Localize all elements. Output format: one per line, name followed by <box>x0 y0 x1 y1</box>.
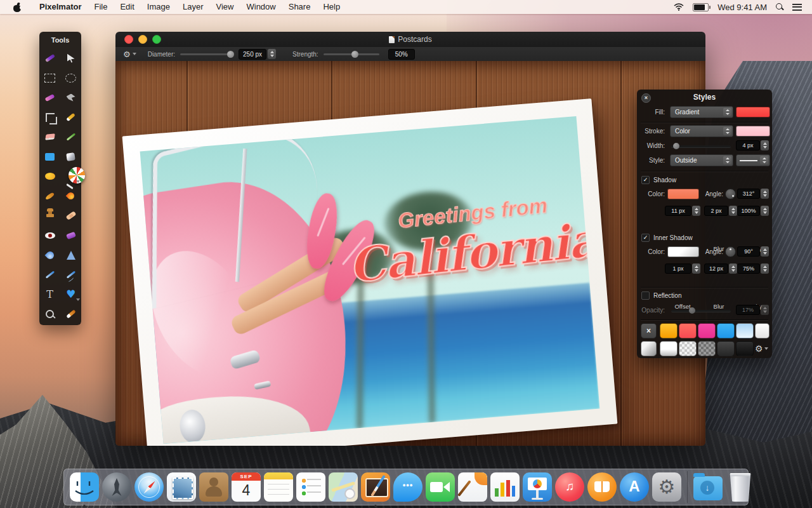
reflection-opacity-field[interactable]: 17% <box>736 305 760 315</box>
menu-help[interactable]: Help <box>317 0 346 14</box>
dock-calendar[interactable]: SEP 4 <box>232 472 261 502</box>
dock-notes[interactable] <box>264 472 293 502</box>
rect-marquee-tool[interactable] <box>44 72 56 84</box>
dock-facetime[interactable] <box>426 472 455 502</box>
window-titlebar[interactable]: Postcards <box>115 32 705 47</box>
dock-finder[interactable] <box>70 472 99 502</box>
fill-dropdown[interactable]: Gradient <box>670 106 733 118</box>
sharpen-cone-tool[interactable] <box>65 249 77 262</box>
dock-reminders[interactable] <box>296 472 325 502</box>
swatch-gear-button[interactable]: ⚙ <box>755 344 768 354</box>
freeform-pen-tool[interactable] <box>65 269 77 281</box>
dock-pixelmator[interactable] <box>361 472 390 502</box>
diameter-slider-thumb[interactable] <box>227 51 234 58</box>
healing-bandage-tool[interactable] <box>65 210 77 222</box>
reflection-opacity-stepper[interactable] <box>761 305 769 315</box>
shadow-angle-stepper[interactable] <box>761 189 769 199</box>
polygonal-lasso-tool[interactable] <box>65 91 77 104</box>
gradient-cube-tool[interactable] <box>65 150 77 163</box>
inner-shadow-blur-stepper[interactable] <box>729 264 737 274</box>
swatch-white-gray[interactable] <box>660 341 678 356</box>
swatch-blue[interactable] <box>717 323 735 338</box>
style-dropdown[interactable]: Outside <box>670 154 733 166</box>
strength-slider-thumb[interactable] <box>351 51 358 58</box>
inner-shadow-angle-knob[interactable] <box>725 246 736 257</box>
clone-stamp-tool[interactable] <box>44 210 56 222</box>
dock-system-preferences[interactable]: ⚙ <box>652 472 681 502</box>
swatch-silver-gradient[interactable] <box>641 341 657 356</box>
shadow-opacity-field[interactable]: 100% <box>737 206 760 216</box>
inner-shadow-angle-field[interactable]: 90° <box>737 246 760 257</box>
swatch-sky-gradient[interactable] <box>736 323 754 338</box>
menu-file[interactable]: File <box>88 0 114 14</box>
menu-app-name[interactable]: Pixelmator <box>33 0 88 14</box>
dodge-tool[interactable] <box>44 190 56 203</box>
cursor-arrow-tool[interactable] <box>65 52 77 65</box>
diameter-stepper[interactable] <box>268 49 276 59</box>
rect-shape-tool[interactable] <box>44 150 56 163</box>
green-pencil-tool[interactable] <box>65 131 77 144</box>
apple-menu-icon[interactable] <box>13 3 22 12</box>
diameter-slider[interactable] <box>180 53 233 55</box>
zoom-magnifier-tool[interactable] <box>44 308 56 321</box>
menu-image[interactable]: Image <box>141 0 176 14</box>
diameter-value-field[interactable]: 250 px <box>239 49 266 60</box>
shadow-offset-field[interactable]: 11 px <box>665 206 691 216</box>
inner-shadow-offset-field[interactable]: 1 px <box>665 264 691 274</box>
swatch-white[interactable] <box>755 323 769 338</box>
fill-color-swatch[interactable] <box>736 107 770 117</box>
red-eye-tool[interactable] <box>44 229 56 242</box>
width-stepper[interactable] <box>761 140 769 150</box>
dock-maps[interactable] <box>329 472 358 502</box>
dock-pages[interactable] <box>458 472 487 502</box>
crop-tool[interactable] <box>44 111 56 124</box>
line-style-dropdown[interactable] <box>736 154 770 166</box>
dock-trash[interactable] <box>726 472 755 502</box>
blur-drop-tool[interactable] <box>44 249 56 262</box>
eraser-tool[interactable] <box>44 131 56 144</box>
inner-shadow-blur-field[interactable]: 12 px <box>704 264 728 274</box>
swatch-gray-checker[interactable] <box>698 341 716 356</box>
width-slider-thumb[interactable] <box>673 143 679 149</box>
strength-slider[interactable] <box>324 53 379 55</box>
width-value-field[interactable]: 4 px <box>736 140 760 150</box>
swatch-orange[interactable] <box>660 323 678 338</box>
swatch-light-checker[interactable] <box>679 341 697 356</box>
shadow-angle-field[interactable]: 312° <box>737 189 760 199</box>
menu-share[interactable]: Share <box>282 0 317 14</box>
swatch-no-style[interactable]: × <box>641 323 657 338</box>
heart-shape-tool[interactable]: ♥ <box>65 288 77 301</box>
menu-edit[interactable]: Edit <box>114 0 140 14</box>
battery-icon[interactable] <box>693 3 709 11</box>
dock-launchpad[interactable] <box>102 472 131 502</box>
menu-window[interactable]: Window <box>240 0 282 14</box>
shadow-checkbox[interactable]: ✓ <box>641 176 650 184</box>
menu-layer[interactable]: Layer <box>176 0 210 14</box>
burn-flame-tool[interactable] <box>65 190 77 203</box>
dock-downloads[interactable] <box>693 472 723 502</box>
lasso-tool[interactable] <box>44 91 56 104</box>
spotlight-search-icon[interactable] <box>776 3 783 11</box>
menu-clock[interactable]: Wed 9:41 AM <box>717 3 767 12</box>
reflection-opacity-thumb[interactable] <box>689 307 695 314</box>
inner-shadow-opacity-field[interactable]: 75% <box>737 264 760 274</box>
notification-center-icon[interactable] <box>792 4 802 11</box>
shadow-blur-field[interactable]: 2 px <box>704 206 728 216</box>
inner-shadow-opacity-stepper[interactable] <box>761 264 769 274</box>
ellipse-shape-tool[interactable] <box>44 170 56 183</box>
wifi-icon[interactable] <box>674 3 684 11</box>
type-tool[interactable]: T <box>44 288 56 301</box>
shadow-blur-stepper[interactable] <box>729 206 737 216</box>
dock-messages[interactable]: ••• <box>393 472 422 502</box>
slice-knife-tool[interactable] <box>65 111 77 124</box>
document-canvas[interactable]: Greetings from California <box>115 61 705 446</box>
reflection-checkbox[interactable] <box>641 291 650 300</box>
sponge-tool[interactable] <box>65 229 77 242</box>
dock-keynote[interactable] <box>523 472 552 502</box>
dock-appstore[interactable]: A <box>620 472 649 502</box>
stroke-color-swatch[interactable] <box>736 126 770 137</box>
reflection-opacity-slider[interactable] <box>671 310 731 312</box>
shadow-opacity-stepper[interactable] <box>761 206 769 216</box>
ellipse-marquee-tool[interactable] <box>65 72 77 84</box>
width-slider[interactable] <box>671 145 731 148</box>
